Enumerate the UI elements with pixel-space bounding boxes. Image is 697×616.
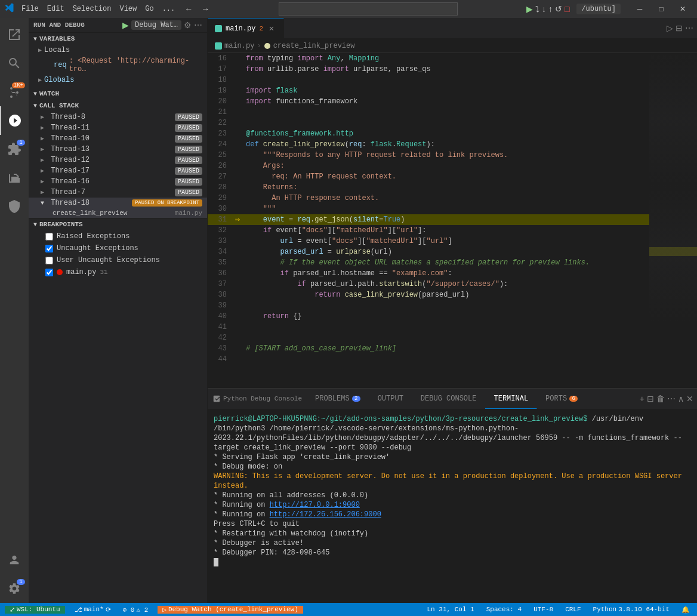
debug-gear-button[interactable]: ⚙ [184, 20, 192, 30]
menu-go[interactable]: Go [145, 5, 153, 13]
thread-thread-8[interactable]: ▶ Thread-8PAUSED [29, 112, 207, 122]
status-bell[interactable]: 🔔 [679, 606, 692, 614]
debug-step-into-button[interactable]: ↓ [542, 4, 546, 14]
status-python[interactable]: Python 3.8.10 64-bit [591, 606, 672, 613]
maximize-button[interactable]: □ [652, 2, 671, 16]
var-req[interactable]: ▶ req : <Request 'http://charming-tro… [29, 56, 207, 75]
debug-step-over-button[interactable]: ⤵ [535, 4, 539, 14]
panel-tab-problems[interactable]: PROBLEMS 2 [307, 389, 369, 409]
more-terminal-button[interactable]: ⋯ [667, 394, 676, 404]
add-terminal-button[interactable]: + [640, 394, 644, 404]
tab-close-button[interactable]: ✕ [267, 23, 276, 33]
debug-play-button[interactable]: ▶ [122, 20, 129, 30]
maximize-panel-button[interactable]: ∧ [678, 394, 684, 404]
debug-restart-button[interactable]: ↺ [555, 4, 562, 14]
variables-header[interactable]: ▼ VARIABLES [29, 33, 207, 45]
thread-thread-11[interactable]: ▶ Thread-11PAUSED [29, 122, 207, 133]
debug-step-out-button[interactable]: ↑ [548, 4, 553, 14]
stack-frame-active[interactable]: create_link_preview main.py [29, 208, 207, 218]
run-tab-button[interactable]: ▷ [667, 23, 673, 33]
bp-raised-checkbox[interactable] [45, 233, 53, 241]
breadcrumb-function[interactable]: create_link_preview [273, 42, 355, 50]
locals-group: ▶ Locals ▶ req : <Request 'http://charmi… [29, 45, 207, 75]
code-line-37: 37 if parsed_url.path.startswith("/suppo… [208, 279, 649, 289]
thread-thread-10[interactable]: ▶ Thread-10PAUSED [29, 133, 207, 144]
thread-thread-16[interactable]: ▶ Thread-16PAUSED [29, 176, 207, 187]
activity-extensions[interactable]: 1 [0, 135, 29, 164]
close-button[interactable]: ✕ [673, 2, 692, 16]
status-line-col[interactable]: Ln 31, Col 1 [425, 606, 477, 613]
debug-stop-button[interactable]: □ [565, 4, 569, 14]
debug-more-button[interactable]: ⋯ [194, 20, 202, 30]
split-editor-button[interactable]: ⊟ [676, 23, 683, 33]
terminal-content[interactable]: pierrick@LAPTOP-HKU5PNNG:~/git/add-ons-s… [208, 409, 697, 603]
panel-tab-terminal[interactable]: TERMINAL [485, 389, 537, 409]
code-line-28: 28 Returns: [208, 182, 649, 193]
nav-forward-button[interactable]: → [199, 3, 212, 15]
bp-uncaught-exceptions[interactable]: Uncaught Exceptions [29, 242, 207, 254]
split-terminal-button[interactable]: ⊟ [647, 394, 654, 404]
bp-user-uncaught-checkbox[interactable] [45, 257, 53, 264]
locals-header[interactable]: ▶ Locals [29, 45, 207, 56]
thread-thread-13[interactable]: ▶ Thread-13PAUSED [29, 144, 207, 155]
code-line-22: 22 [208, 118, 649, 128]
activity-explorer[interactable] [0, 20, 29, 49]
bp-user-uncaught-exceptions[interactable]: User Uncaught Exceptions [29, 254, 207, 266]
thread-thread-7[interactable]: ▶ Thread-7PAUSED [29, 187, 207, 198]
status-branch[interactable]: ⎇ main* ⟳ [72, 606, 113, 614]
thread-thread-17[interactable]: ▶ Thread-17PAUSED [29, 165, 207, 176]
menu-view[interactable]: View [119, 5, 137, 13]
code-line-20: 20import functions_framework [208, 96, 649, 107]
globals-header[interactable]: ▶ Globals [29, 75, 207, 85]
activity-settings[interactable]: 1 [0, 574, 29, 603]
nav-buttons: ← → [182, 3, 212, 15]
debug-continue-button[interactable]: ▶ [526, 4, 533, 14]
activity-search[interactable] [0, 49, 29, 78]
tab-main-py[interactable]: main.py 2 ✕ [208, 18, 284, 38]
trash-terminal-button[interactable]: 🗑 [656, 394, 665, 404]
watch-header[interactable]: ▼ WATCH [29, 88, 207, 100]
term-line-warn: WARNING: This is a development server. D… [214, 472, 691, 491]
call-stack-header[interactable]: ▼ CALL STACK [29, 100, 207, 112]
status-debug[interactable]: ▷ Debug Watch (create_link_preview) [158, 606, 303, 614]
bp-main-checkbox[interactable] [45, 269, 53, 276]
code-line-33: 33 url = event["docs"]["matchedUrl"]["ur… [208, 236, 649, 247]
status-eol[interactable]: CRLF [563, 606, 583, 613]
breakpoints-header[interactable]: ▼ BREAKPOINTS [29, 218, 207, 230]
activity-source-control[interactable]: 1K+ [0, 78, 29, 106]
status-errors[interactable]: ⊘ 0 ⚠ 2 [121, 606, 151, 614]
activity-run-debug[interactable] [0, 106, 29, 135]
command-search[interactable] [279, 2, 458, 16]
menu-more[interactable]: ... [162, 5, 175, 13]
bp-dot-icon [57, 269, 63, 275]
debug-config-label[interactable]: Debug Wat… [131, 20, 181, 30]
panel-tab-ports[interactable]: PORTS 6 [537, 389, 587, 409]
activity-remote[interactable] [0, 192, 29, 221]
panel-tab-debug-console[interactable]: DEBUG CONSOLE [412, 389, 486, 409]
more-actions-button[interactable]: ⋯ [685, 23, 693, 33]
activity-testing[interactable] [0, 164, 29, 192]
bp-raised-exceptions[interactable]: Raised Exceptions [29, 230, 207, 242]
bp-uncaught-checkbox[interactable] [45, 245, 53, 252]
svg-rect-1 [215, 42, 222, 50]
menu-file[interactable]: File [21, 5, 39, 13]
term-line-7: Press CTRL+C to quit [214, 519, 691, 529]
status-encoding[interactable]: UTF-8 [531, 606, 556, 613]
activity-accounts[interactable] [0, 546, 29, 574]
thread-18[interactable]: ▼ Thread-18 PAUSED ON BREAKPOINT [29, 198, 207, 208]
close-panel-button[interactable]: ✕ [686, 394, 693, 404]
status-spaces[interactable]: Spaces: 4 [484, 606, 524, 613]
minimize-button[interactable]: ─ [630, 2, 649, 16]
thread-thread-12[interactable]: ▶ Thread-12PAUSED [29, 155, 207, 165]
nav-back-button[interactable]: ← [182, 3, 195, 15]
breadcrumb-file[interactable]: main.py [224, 42, 254, 50]
code-line-24: 24def create_link_preview(req: flask.Req… [208, 139, 649, 150]
status-wsl[interactable]: ⤢ WSL: Ubuntu [5, 606, 65, 614]
tab-bar: main.py 2 ✕ ▷ ⊟ ⋯ [208, 18, 697, 39]
bp-main-py[interactable]: main.py 31 [29, 266, 207, 278]
panel-tab-output[interactable]: OUTPUT [369, 389, 412, 409]
code-line-42: 42 [208, 332, 649, 343]
variables-section: ▼ VARIABLES ▶ Locals ▶ req : <Request 'h… [29, 33, 207, 85]
menu-selection[interactable]: Selection [73, 5, 112, 13]
menu-edit[interactable]: Edit [47, 5, 64, 13]
